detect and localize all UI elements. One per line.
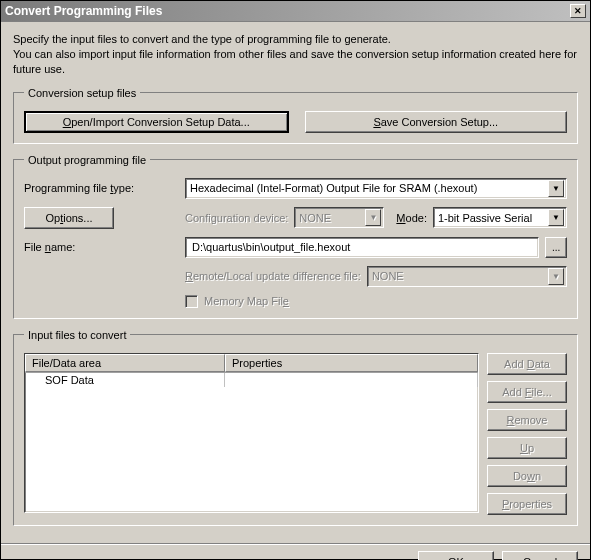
chevron-down-icon: ▼ — [365, 209, 381, 226]
options-button[interactable]: Options... — [24, 207, 114, 229]
output-file-group: Output programming file Programming file… — [13, 154, 578, 319]
intro-text: Specify the input files to convert and t… — [13, 32, 578, 77]
col-props-header[interactable]: Properties — [225, 354, 478, 372]
file-name-input[interactable] — [190, 240, 536, 254]
save-setup-button[interactable]: Save Conversion Setup... — [305, 111, 568, 133]
close-icon[interactable]: ✕ — [570, 4, 586, 18]
add-data-button: Add Data — [487, 353, 567, 375]
list-item-file: SOF Data — [25, 373, 225, 387]
input-files-legend: Input files to convert — [24, 329, 130, 341]
chevron-down-icon: ▼ — [548, 268, 564, 285]
mode-label: Mode: — [396, 212, 427, 224]
file-type-value: Hexadecimal (Intel-Format) Output File f… — [190, 182, 548, 194]
down-button: Down — [487, 465, 567, 487]
properties-button: Properties — [487, 493, 567, 515]
dialog-content: Specify the input files to convert and t… — [1, 22, 590, 544]
remote-local-label: Remote/Local update difference file: — [185, 270, 361, 282]
chevron-down-icon[interactable]: ▼ — [548, 209, 564, 226]
input-files-list[interactable]: File/Data area Properties SOF Data — [24, 353, 479, 513]
window-title: Convert Programming Files — [5, 4, 570, 18]
col-file-header[interactable]: File/Data area — [25, 354, 225, 372]
conversion-setup-group: Conversion setup files Open/Import Conve… — [13, 87, 578, 144]
file-name-label: File name: — [24, 241, 179, 253]
remote-local-combo: NONE ▼ — [367, 266, 567, 287]
config-device-combo: NONE ▼ — [294, 207, 384, 228]
input-files-group: Input files to convert File/Data area Pr… — [13, 329, 578, 526]
remote-local-value: NONE — [372, 270, 548, 282]
file-name-field[interactable] — [185, 237, 539, 258]
list-item[interactable]: SOF Data — [25, 373, 478, 387]
titlebar: Convert Programming Files ✕ — [1, 1, 590, 22]
remove-button: Remove — [487, 409, 567, 431]
cancel-button[interactable]: Cancel — [502, 551, 578, 560]
chevron-down-icon[interactable]: ▼ — [548, 180, 564, 197]
memory-map-label: Memory Map File — [204, 295, 289, 307]
file-type-label: Programming file type: — [24, 182, 179, 194]
config-device-value: NONE — [299, 212, 365, 224]
up-button: Up — [487, 437, 567, 459]
browse-button[interactable]: ... — [545, 237, 567, 258]
config-device-label: Configuration device: — [185, 212, 288, 224]
mode-value: 1-bit Passive Serial — [438, 212, 548, 224]
output-file-legend: Output programming file — [24, 154, 150, 166]
conversion-setup-legend: Conversion setup files — [24, 87, 140, 99]
open-import-button[interactable]: Open/Import Conversion Setup Data... — [24, 111, 289, 133]
memory-map-checkbox: Memory Map File — [185, 295, 289, 308]
mode-combo[interactable]: 1-bit Passive Serial ▼ — [433, 207, 567, 228]
file-type-combo[interactable]: Hexadecimal (Intel-Format) Output File f… — [185, 178, 567, 199]
dialog-window: Convert Programming Files ✕ Specify the … — [0, 0, 591, 560]
add-file-button: Add File... — [487, 381, 567, 403]
ok-button[interactable]: OK — [418, 551, 494, 560]
checkbox-icon — [185, 295, 198, 308]
dialog-buttons: OK Cancel — [1, 544, 590, 560]
list-item-props — [225, 373, 478, 387]
